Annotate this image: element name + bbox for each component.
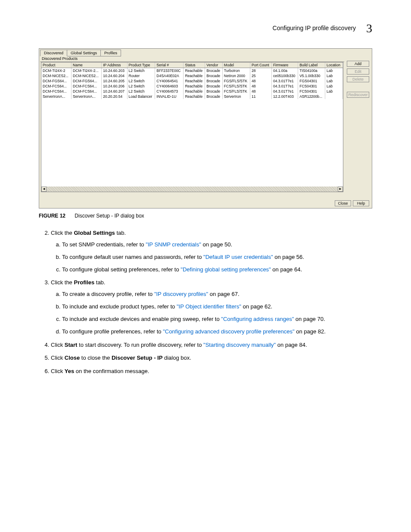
- products-table-container: ProductNameIP AddressProduct TypeSerial …: [41, 62, 343, 192]
- delete-button[interactable]: Delete: [347, 76, 369, 82]
- step-2: Click the Global Settings tab. To set SN…: [51, 229, 372, 274]
- table-row[interactable]: DCM-FGS64...DCM-FGS64...10.24.60.205L2 S…: [41, 78, 343, 84]
- discover-setup-dialog: Discovered Global Settings Profiles Disc…: [39, 48, 372, 208]
- link-ip-object-identifier-filters[interactable]: "IP Object identifier filters": [177, 303, 241, 310]
- step-6: Click Yes on the confirmation message.: [51, 367, 372, 376]
- bottom-button-group: Close Help: [335, 200, 369, 206]
- help-button[interactable]: Help: [353, 200, 369, 206]
- table-row[interactable]: DCM-NICES2...DCM-NICES2...10.24.60.204Ro…: [41, 73, 343, 78]
- link-defining-global-setting-preferences[interactable]: "Defining global setting preferences": [181, 266, 271, 273]
- scroll-left-icon[interactable]: ◄: [41, 187, 47, 192]
- tab-discovered[interactable]: Discovered: [40, 50, 67, 56]
- table-row[interactable]: DCM-FCS64...DCM-FCS64...10.24.60.206L2 S…: [41, 84, 343, 89]
- column-header[interactable]: Serial #: [155, 62, 184, 68]
- link-default-ip-user-credentials[interactable]: "Default IP user credentials": [203, 254, 273, 260]
- step-2a: To set SNMP credentials, refer to "IP SN…: [62, 241, 372, 249]
- figure-caption: FIGURE 12 Discover Setup - IP dialog box: [39, 213, 372, 219]
- step-3d: To configure profile preferences, refer …: [62, 328, 372, 336]
- link-starting-discovery-manually[interactable]: "Starting discovery manually": [203, 342, 276, 348]
- page-header: Configuring IP profile discovery 3: [39, 22, 372, 35]
- link-ip-snmp-credentials[interactable]: "IP SNMP credentials": [146, 241, 201, 248]
- horizontal-scrollbar[interactable]: [41, 187, 338, 192]
- table-row[interactable]: ServerIronA...ServerIronA...20.20.20.54L…: [41, 94, 343, 99]
- step-3b: To include and exclude product types, re…: [62, 303, 372, 311]
- link-ip-discovery-profiles[interactable]: "IP discovery profiles": [154, 291, 208, 297]
- step-2b: To configure default user names and pass…: [62, 253, 372, 261]
- column-header[interactable]: Name: [72, 62, 102, 68]
- scroll-right-icon[interactable]: ►: [338, 187, 343, 192]
- step-2c: To configure global setting preferences,…: [62, 266, 372, 274]
- header-title: Configuring IP profile discovery: [273, 25, 356, 31]
- step-3: Click the Profiles tab. To create a disc…: [51, 279, 372, 336]
- figure-text: Discover Setup - IP dialog box: [75, 213, 144, 219]
- column-header[interactable]: Model: [222, 62, 250, 68]
- column-header[interactable]: Port Count: [250, 62, 272, 68]
- close-button[interactable]: Close: [335, 200, 351, 206]
- column-header[interactable]: Product: [41, 62, 72, 68]
- section-number: 3: [366, 22, 372, 35]
- link-configuring-address-ranges[interactable]: "Configuring address ranges": [221, 316, 294, 322]
- table-row[interactable]: DCM-TI24X-2DCM-TI24X-2...10.24.60.203L2 …: [41, 68, 343, 74]
- column-header[interactable]: Vendor: [205, 62, 222, 68]
- instruction-list: Click the Global Settings tab. To set SN…: [39, 229, 372, 376]
- column-header[interactable]: Build Label: [298, 62, 325, 68]
- edit-button[interactable]: Edit: [347, 68, 369, 75]
- side-button-group: Add Edit Delete Rediscover: [347, 61, 369, 98]
- add-button[interactable]: Add: [347, 61, 369, 67]
- rediscover-button[interactable]: Rediscover: [347, 92, 369, 98]
- discovered-products-label: Discovered Products: [40, 56, 344, 62]
- step-4: Click Start to start discovery. To run p…: [51, 341, 372, 349]
- column-header[interactable]: Status: [184, 62, 205, 68]
- step-3a: To create a discovery profile, refer to …: [62, 290, 372, 299]
- column-header[interactable]: Product Type: [127, 62, 155, 68]
- products-table: ProductNameIP AddressProduct TypeSerial …: [41, 62, 343, 99]
- column-header[interactable]: IP Address: [102, 62, 127, 68]
- figure-label: FIGURE 12: [39, 213, 65, 219]
- step-5: Click Close to close the Discover Setup …: [51, 354, 372, 362]
- column-header[interactable]: Firmware: [271, 62, 298, 68]
- table-row[interactable]: DCM-FCS64...DCM-FCS64...10.24.60.207L2 S…: [41, 89, 343, 94]
- step-3c: To include and exclude devices and enabl…: [62, 315, 372, 324]
- link-configuring-advanced-discovery-profile-preferences[interactable]: "Configuring advanced discovery profile …: [163, 328, 295, 335]
- column-header[interactable]: Location: [325, 62, 342, 68]
